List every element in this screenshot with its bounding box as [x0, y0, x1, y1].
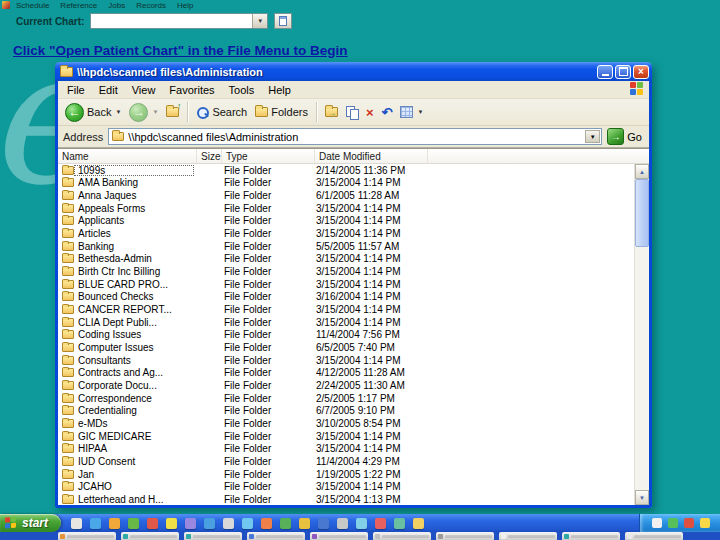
- search-button[interactable]: Search: [193, 104, 250, 121]
- back-button[interactable]: ← Back ▼: [62, 101, 124, 124]
- menu-help[interactable]: Help: [261, 83, 298, 97]
- file-row[interactable]: Letterhead and H...File Folder3/15/2004 …: [58, 493, 634, 505]
- file-row[interactable]: Computer IssuesFile Folder6/5/2005 7:40 …: [58, 341, 634, 354]
- views-dropdown-icon[interactable]: ▼: [417, 109, 423, 115]
- file-row[interactable]: Corporate Docu...File Folder2/24/2005 11…: [58, 379, 634, 392]
- file-row[interactable]: Contracts and Ag...File Folder4/12/2005 …: [58, 367, 634, 380]
- taskbar-window-button[interactable]: [184, 532, 242, 540]
- address-dropdown-icon[interactable]: ▼: [585, 130, 600, 143]
- taskbar-quick-icon[interactable]: [394, 518, 405, 529]
- taskbar-quick-icon[interactable]: [223, 518, 234, 529]
- file-row[interactable]: GIC MEDICAREFile Folder3/15/2004 1:14 PM: [58, 430, 634, 443]
- app-menu-item[interactable]: Records: [136, 1, 166, 10]
- tray-icon[interactable]: [668, 518, 678, 528]
- app-menu-item[interactable]: Schedule: [16, 1, 49, 10]
- file-row[interactable]: Appeals FormsFile Folder3/15/2004 1:14 P…: [58, 202, 634, 215]
- file-row[interactable]: CredentialingFile Folder6/7/2005 9:10 PM: [58, 404, 634, 417]
- file-row[interactable]: IUD ConsentFile Folder11/4/2004 4:29 PM: [58, 455, 634, 468]
- menu-tools[interactable]: Tools: [222, 83, 262, 97]
- tray-icon[interactable]: [684, 518, 694, 528]
- taskbar-quick-icon[interactable]: [280, 518, 291, 529]
- file-row[interactable]: ConsultantsFile Folder3/15/2004 1:14 PM: [58, 354, 634, 367]
- taskbar-window-button[interactable]: [373, 532, 431, 540]
- app-menu-item[interactable]: Reference: [60, 1, 97, 10]
- taskbar-quick-icon[interactable]: [242, 518, 253, 529]
- column-header-name[interactable]: Name: [58, 149, 197, 163]
- minimize-button[interactable]: [597, 65, 613, 79]
- file-row[interactable]: e-MDsFile Folder3/10/2005 8:54 PM: [58, 417, 634, 430]
- chevron-down-icon[interactable]: ▼: [252, 14, 267, 28]
- taskbar-window-button[interactable]: [625, 532, 683, 540]
- close-button[interactable]: ×: [633, 65, 649, 79]
- go-button[interactable]: → Go: [607, 128, 644, 145]
- back-dropdown-icon[interactable]: ▼: [115, 109, 121, 115]
- start-button[interactable]: start: [0, 514, 61, 532]
- taskbar-quick-icon[interactable]: [204, 518, 215, 529]
- app-menu-item[interactable]: Jobs: [108, 1, 125, 10]
- file-row[interactable]: CLIA Dept Publi...File Folder3/15/2004 1…: [58, 316, 634, 329]
- taskbar-window-button[interactable]: [499, 532, 557, 540]
- copy-to-button[interactable]: [343, 104, 361, 121]
- taskbar-window-button[interactable]: [310, 532, 368, 540]
- taskbar-quick-icon[interactable]: [337, 518, 348, 529]
- taskbar-quick-icon[interactable]: [261, 518, 272, 529]
- file-row[interactable]: JanFile Folder1/19/2005 1:22 PM: [58, 468, 634, 481]
- column-header-size[interactable]: Size: [197, 149, 222, 163]
- scroll-down-icon[interactable]: ▼: [635, 490, 649, 505]
- app-menu-item[interactable]: Help: [177, 1, 193, 10]
- taskbar-window-button[interactable]: [436, 532, 494, 540]
- taskbar-quick-icon[interactable]: [318, 518, 329, 529]
- taskbar-quick-icon[interactable]: [356, 518, 367, 529]
- file-row[interactable]: BLUE CARD PRO...File Folder3/15/2004 1:1…: [58, 278, 634, 291]
- forward-dropdown-icon[interactable]: ▼: [152, 109, 158, 115]
- forward-button[interactable]: → ▼: [126, 101, 161, 124]
- title-bar[interactable]: \\hpdc\scanned files\Administration ×: [55, 62, 652, 81]
- file-row[interactable]: ArticlesFile Folder3/15/2004 1:14 PM: [58, 227, 634, 240]
- column-header-date-modified[interactable]: Date Modified: [315, 149, 428, 163]
- move-to-button[interactable]: [322, 105, 341, 119]
- taskbar-quick-icon[interactable]: [375, 518, 386, 529]
- taskbar-window-button[interactable]: [562, 532, 620, 540]
- taskbar-window-button[interactable]: [121, 532, 179, 540]
- taskbar-quick-icon[interactable]: [166, 518, 177, 529]
- taskbar-window-button[interactable]: [247, 532, 305, 540]
- undo-button[interactable]: ↶: [379, 104, 396, 121]
- menu-favorites[interactable]: Favorites: [162, 83, 221, 97]
- vertical-scrollbar[interactable]: ▲ ▼: [634, 164, 649, 505]
- scrollbar-thumb[interactable]: [635, 179, 649, 247]
- taskbar-quick-icon[interactable]: [109, 518, 120, 529]
- file-row[interactable]: JCAHOFile Folder3/15/2004 1:14 PM: [58, 480, 634, 493]
- maximize-button[interactable]: [615, 65, 631, 79]
- column-header-type[interactable]: Type: [222, 149, 315, 163]
- menu-view[interactable]: View: [125, 83, 163, 97]
- up-button[interactable]: [163, 105, 182, 119]
- menu-edit[interactable]: Edit: [92, 83, 125, 97]
- taskbar-quick-icon[interactable]: [299, 518, 310, 529]
- file-row[interactable]: Bounced ChecksFile Folder3/16/2004 1:14 …: [58, 291, 634, 304]
- scroll-up-icon[interactable]: ▲: [635, 164, 649, 179]
- taskbar-quick-icon[interactable]: [413, 518, 424, 529]
- menu-file[interactable]: File: [60, 83, 92, 97]
- folders-button[interactable]: Folders: [252, 104, 311, 120]
- chart-tool-button[interactable]: [274, 13, 292, 29]
- file-row[interactable]: Bethesda-AdminFile Folder3/15/2004 1:14 …: [58, 253, 634, 266]
- file-row[interactable]: CorrespondenceFile Folder2/5/2005 1:17 P…: [58, 392, 634, 405]
- file-row[interactable]: HIPAAFile Folder3/15/2004 1:14 PM: [58, 442, 634, 455]
- file-row[interactable]: 1099sFile Folder2/14/2005 11:36 PM: [58, 164, 634, 177]
- delete-button[interactable]: ×: [363, 104, 377, 121]
- file-row[interactable]: CANCER REPORT...File Folder3/15/2004 1:1…: [58, 303, 634, 316]
- address-input[interactable]: \\hpdc\scanned files\Administration ▼: [108, 128, 602, 145]
- file-row[interactable]: AMA BankingFile Folder3/15/2004 1:14 PM: [58, 177, 634, 190]
- views-button[interactable]: ▼: [397, 104, 426, 120]
- taskbar-quick-icon[interactable]: [185, 518, 196, 529]
- taskbar-quick-icon[interactable]: [128, 518, 139, 529]
- file-row[interactable]: Coding IssuesFile Folder11/4/2004 7:56 P…: [58, 329, 634, 342]
- file-row[interactable]: BankingFile Folder5/5/2005 11:57 AM: [58, 240, 634, 253]
- file-row[interactable]: Anna JaquesFile Folder6/1/2005 11:28 AM: [58, 189, 634, 202]
- file-row[interactable]: Birth Ctr Inc BillingFile Folder3/15/200…: [58, 265, 634, 278]
- taskbar-quick-icon[interactable]: [71, 518, 82, 529]
- taskbar-quick-icon[interactable]: [147, 518, 158, 529]
- current-chart-combobox[interactable]: ▼: [90, 13, 268, 29]
- file-row[interactable]: ApplicantsFile Folder3/15/2004 1:14 PM: [58, 215, 634, 228]
- tray-icon[interactable]: [652, 518, 662, 528]
